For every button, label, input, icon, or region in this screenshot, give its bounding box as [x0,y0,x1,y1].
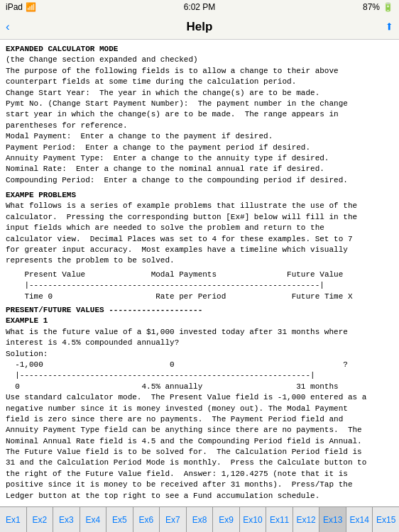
main-content: EXPANDED CALCULATOR MODE (the Change sec… [0,40,399,506]
status-right: 87% 🔋 [363,2,393,12]
tab-ex4[interactable]: Ex4 [80,507,107,532]
example-problems-text: EXAMPE PROBLEMS What follows is a series… [6,190,393,267]
battery-icon: 🔋 [383,2,393,12]
tab-ex9[interactable]: Ex9 [213,507,240,532]
timeline-2: -1,000 0 ? |----------------------------… [6,360,393,392]
time-display: 6:02 PM [184,2,216,12]
device-label: iPad [6,2,23,12]
tab-ex8[interactable]: Ex8 [187,507,214,532]
expanded-calculator-title: EXPANDED CALCULATOR MODE (the Change sec… [6,44,393,186]
tab-ex2[interactable]: Ex2 [27,507,54,532]
tab-ex5[interactable]: Ex5 [106,507,133,532]
nav-bar: ‹ Help ⬆ [0,14,399,40]
back-button[interactable]: ‹ [6,20,10,34]
status-bar: iPad 📶 6:02 PM 87% 🔋 [0,0,399,14]
page-title: Help [187,20,213,34]
timeline-row1: Present Value Modal Payments Future Valu… [6,270,393,302]
explanation-text: Use standard calculator mode. The Presen… [6,392,393,501]
tab-ex1[interactable]: Ex1 [0,507,27,532]
tab-ex15[interactable]: Ex15 [373,507,399,532]
tab-ex14[interactable]: Ex14 [346,507,373,532]
tab-ex10[interactable]: Ex10 [240,507,267,532]
wifi-icon: 📶 [26,2,36,12]
tab-ex7[interactable]: Ex7 [160,507,187,532]
tab-bar: Ex1Ex2Ex3Ex4Ex5Ex6Ex7Ex8Ex9Ex10Ex11Ex12E… [0,506,399,532]
tab-ex3[interactable]: Ex3 [53,507,80,532]
tab-ex13[interactable]: Ex13 [319,507,346,532]
example-problems-section: EXAMPE PROBLEMS What follows is a series… [6,190,393,267]
status-left: iPad 📶 [6,2,36,12]
tab-ex6[interactable]: Ex6 [133,507,160,532]
expanded-calculator-section: EXPANDED CALCULATOR MODE (the Change sec… [6,44,393,186]
present-future-section: PRESENT/FUTURE VALUES ------------------… [6,305,393,360]
tab-ex12[interactable]: Ex12 [293,507,320,532]
explanation-section: Use standard calculator mode. The Presen… [6,392,393,501]
battery-label: 87% [363,2,380,12]
timeline-1: Present Value Modal Payments Future Valu… [6,270,393,302]
share-button[interactable]: ⬆ [385,18,393,35]
present-future-header: PRESENT/FUTURE VALUES ------------------… [6,305,393,360]
tab-ex11[interactable]: Ex11 [266,507,293,532]
timeline2-content: -1,000 0 ? |----------------------------… [6,360,393,392]
